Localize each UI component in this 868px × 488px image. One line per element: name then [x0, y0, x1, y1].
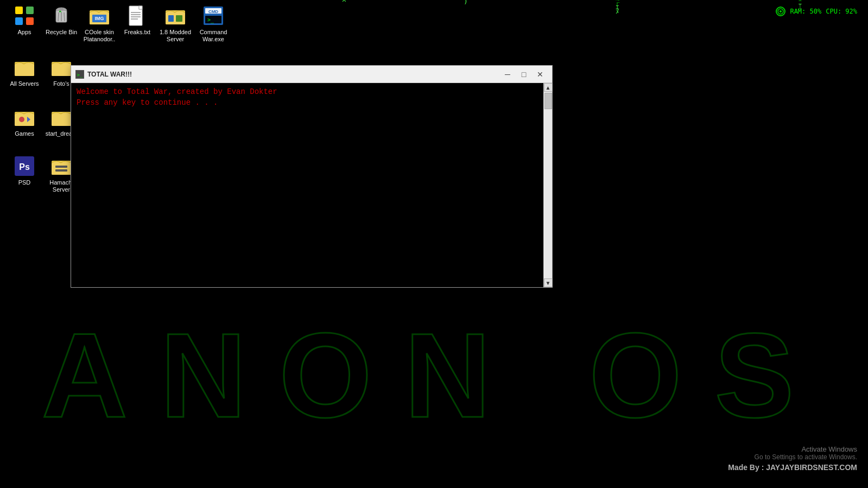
console-window-icon: >_	[75, 70, 84, 79]
desktop-icon-all-servers[interactable]: All Servers	[5, 54, 43, 90]
foto-label: Foto's	[53, 80, 69, 87]
svg-rect-35	[15, 114, 34, 126]
desktop-icon-coole-skin[interactable]: IMG COole skin Platanodor..	[80, 3, 118, 45]
psd-icon: Ps	[14, 155, 35, 177]
svg-rect-31	[15, 64, 34, 76]
psd-label: PSD	[18, 179, 31, 186]
desktop-icon-freaks-txt[interactable]: Freaks.txt	[118, 3, 156, 38]
activate-go-settings-text: Go to Settings to activate Windows.	[728, 453, 857, 461]
svg-rect-15	[139, 6, 142, 9]
console-titlebar: >_ TOTAL WAR!!! ─ □ ✕	[71, 66, 552, 83]
freaks-txt-label: Freaks.txt	[124, 29, 150, 36]
svg-rect-45	[55, 169, 67, 172]
scroll-thumb[interactable]	[544, 93, 552, 109]
svg-text:>_: >_	[77, 72, 83, 78]
modded-server-icon	[164, 5, 186, 27]
desktop-icon-psd[interactable]: Ps PSD	[5, 153, 43, 188]
svg-rect-3	[26, 17, 34, 25]
desktop: Apps Recycle Bin	[0, 0, 868, 488]
system-tray: RAM: 50% CPU: 92%	[770, 4, 863, 18]
svg-rect-9	[59, 8, 64, 10]
svg-line-8	[64, 12, 65, 21]
command-war-label: Command War.exe	[197, 29, 230, 43]
desktop-icon-games[interactable]: Games	[5, 104, 43, 140]
svg-point-36	[19, 117, 24, 122]
apps-icon	[14, 5, 35, 27]
apps-label: Apps	[17, 29, 31, 36]
scroll-up-arrow[interactable]: ▲	[544, 83, 553, 92]
svg-rect-33	[52, 64, 71, 76]
svg-line-6	[58, 12, 59, 21]
svg-rect-43	[52, 163, 71, 175]
desktop-icon-command-war[interactable]: CMD >_ Command War.exe	[194, 3, 232, 45]
svg-rect-0	[15, 7, 23, 14]
svg-rect-23	[176, 15, 182, 22]
window-minimize-button[interactable]: ─	[500, 69, 515, 80]
svg-text:IMG: IMG	[95, 16, 104, 21]
foto-icon	[50, 56, 72, 78]
scroll-down-arrow[interactable]: ▼	[544, 278, 553, 287]
window-maximize-button[interactable]: □	[516, 69, 531, 80]
desktop-icon-modded-server[interactable]: 1.8 Modded Server	[156, 3, 194, 45]
recycle-bin-icon	[50, 5, 72, 27]
ram-label: RAM: 50%	[790, 8, 821, 15]
hamachi-server-icon	[50, 155, 72, 177]
svg-rect-2	[15, 17, 23, 25]
all-servers-label: All Servers	[10, 80, 39, 87]
games-label: Games	[15, 130, 34, 137]
recycle-bin-label: Recycle Bin	[46, 29, 77, 36]
console-window: >_ TOTAL WAR!!! ─ □ ✕ Welcome to Total W…	[71, 65, 553, 288]
desktop-icon-apps[interactable]: Apps	[5, 3, 43, 38]
svg-text:CMD: CMD	[208, 9, 218, 14]
start-dream-icon	[50, 106, 72, 128]
all-servers-icon	[14, 56, 35, 78]
modded-server-label: 1.8 Modded Server	[159, 29, 192, 43]
watermark: Activate Windows Go to Settings to activ…	[728, 445, 857, 472]
tray-icon	[776, 7, 785, 16]
console-line-2: Press any key to continue . . .	[77, 98, 538, 107]
cpu-label: CPU: 92%	[826, 8, 857, 15]
console-body: Welcome to Total War, created by Evan Do…	[71, 83, 552, 287]
desktop-icon-recycle-bin[interactable]: Recycle Bin	[42, 3, 80, 38]
svg-text:Ps: Ps	[19, 162, 30, 172]
console-content: Welcome to Total War, created by Evan Do…	[71, 83, 543, 287]
svg-rect-44	[55, 166, 67, 168]
scroll-track[interactable]	[544, 92, 552, 278]
console-window-title: TOTAL WAR!!!	[87, 71, 499, 78]
console-scrollbar[interactable]: ▲ ▼	[543, 83, 552, 287]
coole-skin-icon: IMG	[88, 5, 110, 27]
svg-rect-39	[52, 114, 71, 126]
command-war-icon: CMD >_	[202, 5, 224, 27]
activate-windows-text: Activate Windows	[728, 445, 857, 453]
made-by-text: Made By : JAYJAYBIRDSNEST.COM	[728, 463, 857, 472]
games-icon	[14, 106, 35, 128]
svg-rect-22	[168, 15, 174, 22]
window-close-button[interactable]: ✕	[533, 69, 548, 80]
console-line-1: Welcome to Total War, created by Evan Do…	[77, 87, 538, 96]
svg-rect-1	[26, 7, 34, 14]
svg-text:>_: >_	[207, 17, 214, 23]
svg-point-49	[780, 10, 782, 12]
coole-skin-label: COole skin Platanodor..	[83, 29, 116, 43]
freaks-txt-icon	[126, 5, 148, 27]
